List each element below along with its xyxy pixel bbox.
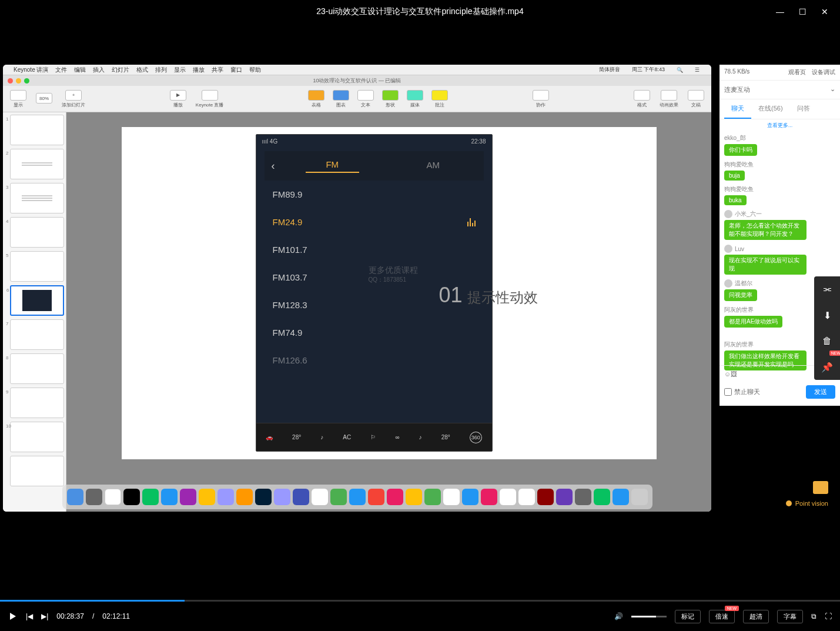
close-dot-icon[interactable] (8, 78, 13, 84)
maximize-icon[interactable]: ☐ (799, 7, 806, 16)
dock-ps-icon[interactable] (255, 489, 272, 505)
slide-panel[interactable]: 1 2 3 4 5 6 7 8 9 10 (3, 112, 66, 512)
tb-zoom[interactable]: 80% (32, 92, 56, 106)
seat-icon-2[interactable]: ♪ (419, 434, 422, 440)
dock-app12-icon[interactable] (613, 489, 629, 505)
nav-watch[interactable]: 观看页 (788, 68, 806, 76)
menu-window[interactable]: 窗口 (230, 66, 242, 74)
dock-qq-icon[interactable] (123, 489, 140, 505)
dock-finder-icon[interactable] (67, 489, 83, 505)
quality-button[interactable]: 超清 (743, 610, 769, 623)
dock-evernote-icon[interactable] (424, 489, 441, 505)
fm-item[interactable]: FM89.9 (262, 181, 486, 208)
dock-pr-icon[interactable] (274, 489, 290, 505)
tb-view[interactable]: 显示 (6, 89, 30, 109)
tb-add-slide[interactable]: +添加幻灯片 (58, 89, 89, 109)
volume-icon[interactable]: 🔊 (614, 612, 623, 620)
tb-play[interactable]: ▶播放 (166, 89, 190, 109)
dock-calendar-icon[interactable] (312, 489, 328, 505)
dock-app11-icon[interactable] (594, 489, 610, 505)
tab-qa[interactable]: 问答 (790, 99, 817, 119)
tb-remote[interactable]: Keynote 直播 (192, 89, 227, 109)
seat-icon[interactable]: ♪ (320, 434, 323, 440)
dock-app2-icon[interactable] (293, 489, 309, 505)
menu-share[interactable]: 共享 (212, 66, 223, 74)
download-icon[interactable]: ⬇ (814, 302, 840, 328)
fm-item[interactable]: FM101.7 (262, 236, 486, 263)
back-icon[interactable]: ‹ (265, 160, 282, 172)
dock-music-icon[interactable] (387, 489, 403, 505)
prev-button[interactable]: |◀ (26, 612, 33, 620)
fm-item[interactable]: FM126.6 (262, 346, 486, 374)
dock-chrome-icon[interactable] (105, 489, 121, 505)
dock-trash-icon[interactable] (631, 489, 648, 505)
menu-insert[interactable]: 插入 (93, 66, 105, 74)
tb-text[interactable]: 文本 (354, 89, 377, 109)
fm-item[interactable]: FM74.9 (262, 319, 486, 346)
link-icon[interactable]: ∞ (395, 434, 399, 440)
slide-thumb-2[interactable]: 2 (10, 149, 64, 179)
tab-fm[interactable]: FM (306, 159, 360, 173)
next-button[interactable]: ▶| (41, 612, 48, 620)
tb-document[interactable]: 文稿 (684, 89, 708, 109)
dock-app9-icon[interactable] (537, 489, 554, 505)
slide-thumb-1[interactable]: 1 (10, 115, 64, 145)
dock-numbers-icon[interactable] (330, 489, 347, 505)
pin-icon[interactable]: 📌NEW (814, 354, 840, 380)
send-button[interactable]: 发送 (806, 385, 835, 399)
slide-thumb-9[interactable]: 9 (10, 388, 64, 418)
chevron-down-icon[interactable]: ⌄ (830, 85, 835, 94)
dock-app7-icon[interactable] (500, 489, 516, 505)
menu-icon[interactable]: ☰ (695, 67, 700, 73)
pip-icon[interactable]: ⧉ (811, 612, 816, 620)
slide-thumb-6[interactable]: 6 (10, 285, 64, 316)
speed-button[interactable]: 倍速NEW (709, 610, 735, 623)
menu-ime[interactable]: 简体拼音 (599, 66, 620, 74)
dock-app-icon[interactable] (161, 489, 178, 505)
slide-thumb-3[interactable]: 3 (10, 183, 64, 213)
dock-settings-icon[interactable] (575, 489, 591, 505)
dock-wechat-icon[interactable] (142, 489, 159, 505)
menu-help[interactable]: 帮助 (249, 66, 261, 74)
menu-view[interactable]: 显示 (174, 66, 186, 74)
volume-slider[interactable] (631, 616, 667, 617)
slide-thumb-10[interactable]: 10 (10, 422, 64, 452)
dock-app10-icon[interactable] (556, 489, 573, 505)
emoji-icon[interactable]: ☺ (724, 370, 731, 378)
car-icon[interactable]: 🚗 (266, 434, 273, 440)
dock-ai-icon[interactable] (236, 489, 253, 505)
share-icon[interactable]: ⫘ (814, 276, 840, 302)
ac-label[interactable]: AC (343, 434, 351, 440)
menu-file[interactable]: 文件 (55, 66, 67, 74)
folder-icon[interactable] (813, 481, 828, 494)
dock-itunes-icon[interactable] (481, 489, 497, 505)
tab-am[interactable]: AM (406, 160, 460, 172)
tb-media[interactable]: 媒体 (403, 89, 427, 109)
view360-icon[interactable]: 360 (470, 432, 482, 443)
dock-app6-icon[interactable] (462, 489, 478, 505)
dock-keynote-icon[interactable] (349, 489, 366, 505)
canvas-area[interactable]: ıııl 4G 22:38 ‹ FM AM FM89.9 FM24.9 FM10… (66, 112, 711, 512)
tb-shape[interactable]: 形状 (379, 89, 402, 109)
tab-online[interactable]: 在线(56) (751, 99, 790, 119)
mute-checkbox[interactable]: 禁止聊天 (724, 388, 760, 396)
dock-app3-icon[interactable] (368, 489, 384, 505)
menu-app[interactable]: Keynote 讲演 (14, 66, 48, 74)
menu-format[interactable]: 格式 (136, 66, 148, 74)
dock-app5-icon[interactable] (443, 489, 460, 505)
minimize-icon[interactable]: — (776, 7, 784, 16)
fm-item-selected[interactable]: FM24.9 (262, 208, 486, 236)
slide-thumb-7[interactable]: 7 (10, 319, 64, 350)
image-icon[interactable]: 🖼 (731, 370, 737, 378)
close-icon[interactable]: ✕ (821, 7, 828, 16)
dock-app4-icon[interactable] (406, 489, 422, 505)
play-button[interactable] (8, 612, 18, 621)
tb-collab[interactable]: 协作 (529, 89, 553, 109)
marker-button[interactable]: 标记 (675, 610, 701, 623)
subtitle-button[interactable]: 字幕 (777, 610, 803, 623)
dock-app8-icon[interactable] (518, 489, 535, 505)
load-more-link[interactable]: 查看更多... (719, 119, 840, 132)
menu-arrange[interactable]: 排列 (155, 66, 167, 74)
dock-sketch-icon[interactable] (199, 489, 215, 505)
menu-play[interactable]: 播放 (193, 66, 205, 74)
